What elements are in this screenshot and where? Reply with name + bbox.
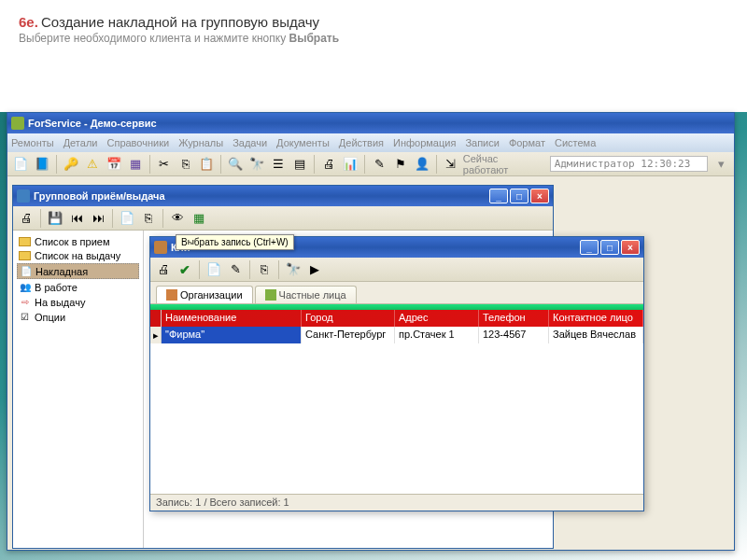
chart-icon[interactable]: 📊 (341, 155, 359, 174)
print-icon[interactable]: 🖨 (17, 209, 35, 228)
doc-icon: 📄 (20, 265, 32, 277)
col-phone[interactable]: Телефон (479, 310, 549, 327)
binoculars-icon[interactable]: 🔭 (284, 260, 303, 279)
col-name[interactable]: Наименование (162, 310, 302, 327)
print-icon[interactable]: 🖨 (154, 260, 173, 279)
new-icon[interactable]: 📄 (204, 260, 223, 279)
menu-item[interactable]: Формат (509, 137, 545, 148)
edit-icon[interactable]: ✎ (370, 155, 388, 174)
key-icon[interactable]: 🔑 (62, 155, 80, 174)
flag-icon[interactable]: ⚑ (391, 155, 410, 174)
gear-icon: 👥 (19, 281, 31, 293)
list-icon[interactable]: ☰ (269, 155, 288, 174)
main-toolbar: 📄 📘 🔑 ⚠ 📅 ▦ ✂ ⎘ 📋 🔍 🔭 ☰ ▤ 🖨 📊 ✎ ⚑ 👤 ⇲ Се… (7, 152, 734, 176)
menu-item[interactable]: Задачи (233, 137, 267, 148)
view-icon[interactable]: 👁 (168, 209, 187, 228)
copy-icon[interactable]: ⎘ (255, 260, 274, 279)
client-popup-window: Кли _ □ × 🖨 ✔ 📄 ✎ ⎘ 🔭 ▶ Организации Част… (149, 236, 644, 511)
folder-icon (19, 251, 31, 260)
new-doc-icon[interactable]: 📄 (11, 155, 30, 174)
tree-item-invoice[interactable]: 📄 Накладная (17, 263, 139, 279)
person-icon (265, 289, 276, 301)
group-titlebar[interactable]: Групповой приём/выдача _ □ × (13, 186, 553, 206)
calendar-icon[interactable]: 📅 (105, 155, 123, 174)
menu-item[interactable]: Справочники (106, 137, 169, 148)
tab-organizations[interactable]: Организации (156, 286, 253, 303)
find-next-icon[interactable]: ▶ (305, 260, 324, 279)
dropdown-icon[interactable]: ▾ (712, 155, 730, 174)
main-titlebar[interactable]: ForService - Демо-сервис (7, 113, 734, 133)
tree-item-work[interactable]: 👥 В работе (17, 280, 139, 294)
app-icon (11, 117, 24, 130)
group-icon (17, 189, 30, 203)
copy-icon[interactable]: ⎘ (176, 155, 195, 174)
statusbar: Запись: 1 / Всего записей: 1 (150, 494, 643, 511)
minimize-button[interactable]: _ (580, 240, 599, 255)
tree-item-delivery[interactable]: ⇨ На выдачу (17, 295, 139, 309)
first-icon[interactable]: ⏮ (67, 209, 86, 228)
menu-item[interactable]: Записи (465, 137, 500, 148)
person-icon[interactable]: 👤 (413, 155, 431, 174)
popup-toolbar: 🖨 ✔ 📄 ✎ ⎘ 🔭 ▶ (150, 258, 643, 282)
main-menubar: Ремонты Детали Справочники Журналы Задач… (7, 133, 734, 152)
menu-item[interactable]: Документы (276, 137, 330, 148)
menu-item[interactable]: Информация (393, 137, 456, 148)
grid-header: Наименование Город Адрес Телефон Контакт… (150, 310, 643, 327)
tree-item-options[interactable]: ☑ Опции (17, 310, 139, 324)
cut-icon[interactable]: ✂ (155, 155, 174, 174)
tab-individuals[interactable]: Частные лица (255, 286, 357, 303)
group-toolbar: 🖨 💾 ⏮ ⏭ 📄 ⎘ 👁 ▦ (13, 206, 553, 231)
out-icon: ⇨ (19, 296, 31, 308)
instruction-block: 6е. Создание накладной на групповую выда… (0, 0, 747, 73)
save-icon[interactable]: 💾 (46, 209, 64, 228)
select-button[interactable]: ✔ (176, 260, 194, 279)
step-title: Создание накладной на групповую выдачу (41, 14, 319, 30)
printer-icon[interactable]: 🖨 (319, 155, 338, 174)
paste-icon[interactable]: 📋 (198, 155, 217, 174)
card-icon[interactable]: ▦ (126, 155, 145, 174)
close-button[interactable]: × (530, 189, 549, 203)
group-title: Групповой приём/выдача (34, 190, 489, 202)
edit-icon[interactable]: ✎ (226, 260, 245, 279)
excel-icon[interactable]: ▦ (190, 209, 208, 228)
menu-item[interactable]: Детали (63, 137, 98, 148)
maximize-button[interactable]: □ (600, 240, 619, 255)
table-row[interactable]: ▸ "Фирма" Санкт-Петербург пр.Стачек 1 12… (150, 327, 643, 343)
search-icon[interactable]: 🔍 (226, 155, 245, 174)
org-icon (166, 289, 177, 301)
copy-icon[interactable]: ⎘ (139, 209, 158, 228)
minimize-button[interactable]: _ (489, 189, 508, 203)
step-number: 6е. (19, 14, 38, 30)
form-icon[interactable]: ▤ (290, 155, 309, 174)
step-subtitle: Выберите необходимого клиента и нажмите … (19, 32, 728, 45)
options-icon: ☑ (19, 311, 31, 323)
menu-item[interactable]: Система (555, 137, 596, 148)
menu-item[interactable]: Ремонты (11, 137, 54, 148)
tree-item-output[interactable]: Список на выдачу (17, 249, 139, 262)
close-button[interactable]: × (621, 240, 640, 255)
open-icon[interactable]: 📘 (33, 155, 51, 174)
tabs: Организации Частные лица (150, 282, 643, 304)
last-icon[interactable]: ⏭ (89, 209, 107, 228)
export-icon[interactable]: ⇲ (442, 155, 460, 174)
col-addr[interactable]: Адрес (395, 310, 479, 327)
status-value: Администратор 12:30:23 (550, 156, 708, 172)
row-marker-icon: ▸ (150, 327, 162, 343)
col-contact[interactable]: Контактное лицо (549, 310, 643, 327)
menu-item[interactable]: Действия (339, 137, 384, 148)
tree-panel: Список в прием Список на выдачу 📄 Наклад… (13, 231, 144, 548)
folder-icon (19, 237, 31, 246)
new-icon[interactable]: 📄 (118, 209, 136, 228)
binoculars-icon[interactable]: 🔭 (247, 155, 266, 174)
menu-item[interactable]: Журналы (178, 137, 223, 148)
client-icon (154, 241, 167, 254)
warning-icon[interactable]: ⚠ (83, 155, 102, 174)
maximize-button[interactable]: □ (510, 189, 529, 203)
tree-item-intake[interactable]: Список в прием (17, 235, 139, 248)
main-title: ForService - Демо-сервис (28, 118, 730, 129)
status-label: Сейчас работают (463, 153, 546, 175)
col-city[interactable]: Город (302, 310, 395, 327)
tooltip: Выбрать запись (Ctrl+W) (176, 234, 294, 250)
data-grid[interactable]: Наименование Город Адрес Телефон Контакт… (150, 304, 643, 493)
